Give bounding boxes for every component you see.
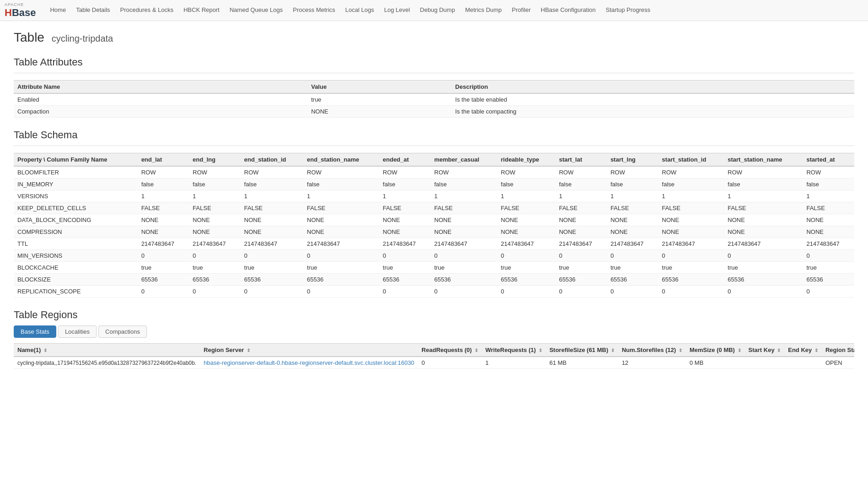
- table-attributes-table: Attribute Name Value Description Enabled…: [14, 80, 854, 118]
- schema-cell: FALSE: [431, 202, 497, 214]
- table-row: IN_MEMORYfalsefalsefalsefalsefalsefalsef…: [14, 179, 854, 190]
- table-row: TTL2147483647214748364721474836472147483…: [14, 238, 854, 250]
- tab-localities[interactable]: Localities: [58, 325, 97, 338]
- regions-col-header[interactable]: Region Server ⇕: [200, 344, 418, 357]
- regions-col-header[interactable]: ReadRequests (0) ⇕: [418, 344, 481, 357]
- nav-link-named-queue-logs[interactable]: Named Queue Logs: [225, 0, 288, 21]
- regions-col-header[interactable]: End Key ⇕: [784, 344, 822, 357]
- schema-cell: ROW: [138, 166, 189, 179]
- region-storefile-size: 61 MB: [546, 357, 618, 369]
- schema-cell: false: [431, 179, 497, 190]
- schema-cell: 2147483647: [379, 238, 431, 250]
- schema-property: KEEP_DELETED_CELLS: [14, 202, 138, 214]
- table-row: MIN_VERSIONS000000000000: [14, 250, 854, 262]
- schema-cell: false: [241, 179, 303, 190]
- schema-cell: ROW: [724, 166, 803, 179]
- nav-link-process-metrics[interactable]: Process Metrics: [288, 0, 340, 21]
- schema-cell: 2147483647: [189, 238, 240, 250]
- schema-property: BLOCKSIZE: [14, 274, 138, 286]
- nav-links: HomeTable DetailsProcedures & LocksHBCK …: [45, 0, 655, 21]
- schema-cell: FALSE: [379, 202, 431, 214]
- schema-cell: 1: [138, 190, 189, 202]
- schema-cell: 0: [607, 250, 658, 262]
- attr-name: Compaction: [14, 106, 307, 118]
- schema-cell: FALSE: [241, 202, 303, 214]
- table-row: BLOCKSIZE6553665536655366553665536655366…: [14, 274, 854, 286]
- logo[interactable]: APACHE HBase: [5, 2, 36, 19]
- schema-cell: NONE: [241, 226, 303, 238]
- schema-cell: NONE: [497, 226, 555, 238]
- nav-link-table-details[interactable]: Table Details: [71, 0, 115, 21]
- schema-cell: true: [555, 262, 607, 274]
- regions-col-header[interactable]: Name(1) ⇕: [14, 344, 200, 357]
- schema-cell: 0: [431, 250, 497, 262]
- nav-link-debug-dump[interactable]: Debug Dump: [415, 0, 460, 21]
- table-schema-table: Property \ Column Family Nameend_latend_…: [14, 153, 854, 298]
- region-server-link[interactable]: hbase-regionserver-default-0.hbase-regio…: [204, 359, 414, 366]
- region-write-requests: 1: [482, 357, 546, 369]
- nav-link-home[interactable]: Home: [45, 0, 71, 21]
- schema-cell: false: [724, 179, 803, 190]
- schema-cell: FALSE: [303, 202, 379, 214]
- schema-cell: 0: [724, 286, 803, 298]
- regions-col-header[interactable]: StorefileSize (61 MB) ⇕: [546, 344, 618, 357]
- nav-link-hbase-configuration[interactable]: HBase Configuration: [536, 0, 601, 21]
- regions-col-header[interactable]: Start Key ⇕: [745, 344, 785, 357]
- schema-cell: false: [803, 179, 854, 190]
- hbase-logo-text: HBase: [5, 7, 36, 19]
- schema-cell: 0: [379, 250, 431, 262]
- schema-cell: false: [555, 179, 607, 190]
- schema-cell: NONE: [555, 226, 607, 238]
- schema-cell: NONE: [803, 214, 854, 226]
- regions-col-header[interactable]: Num.Storefiles (12) ⇕: [618, 344, 686, 357]
- region-num-storefiles: 12: [618, 357, 686, 369]
- regions-col-header[interactable]: Region State ⇕: [822, 344, 854, 357]
- schema-cell: 2147483647: [555, 238, 607, 250]
- schema-cell: 0: [431, 286, 497, 298]
- nav-link-hbck-report[interactable]: HBCK Report: [178, 0, 225, 21]
- schema-cell: 0: [189, 250, 240, 262]
- schema-cell: NONE: [724, 226, 803, 238]
- schema-cell: 0: [803, 286, 854, 298]
- schema-cell: 0: [803, 250, 854, 262]
- schema-cell: NONE: [303, 214, 379, 226]
- table-schema-header: Property \ Column Family Nameend_latend_…: [14, 153, 854, 167]
- schema-cell: 0: [303, 250, 379, 262]
- nav-link-startup-progress[interactable]: Startup Progress: [601, 0, 656, 21]
- schema-col-header: ended_at: [379, 153, 431, 167]
- schema-cell: 0: [555, 250, 607, 262]
- table-row: COMPRESSIONNONENONENONENONENONENONENONEN…: [14, 226, 854, 238]
- table-schema-body: BLOOMFILTERROWROWROWROWROWROWROWROWROWRO…: [14, 166, 854, 298]
- page-subtitle: cycling-tripdata: [52, 33, 113, 43]
- schema-cell: true: [241, 262, 303, 274]
- schema-cell: 1: [497, 190, 555, 202]
- schema-cell: NONE: [431, 226, 497, 238]
- schema-cell: 0: [658, 250, 724, 262]
- regions-col-header[interactable]: WriteRequests (1) ⇕: [482, 344, 546, 357]
- regions-col-header[interactable]: MemSize (0 MB) ⇕: [686, 344, 745, 357]
- schema-cell: 65536: [303, 274, 379, 286]
- schema-cell: 2147483647: [138, 238, 189, 250]
- sort-icon: ⇕: [43, 348, 47, 353]
- nav-link-local-logs[interactable]: Local Logs: [340, 0, 379, 21]
- schema-cell: FALSE: [607, 202, 658, 214]
- nav-link-procedures-locks[interactable]: Procedures & Locks: [115, 0, 178, 21]
- attr-col-name: Attribute Name: [14, 81, 307, 94]
- nav-link-log-level[interactable]: Log Level: [379, 0, 415, 21]
- tab-compactions[interactable]: Compactions: [98, 325, 147, 338]
- nav-link-metrics-dump[interactable]: Metrics Dump: [460, 0, 507, 21]
- schema-cell: false: [303, 179, 379, 190]
- schema-cell: FALSE: [724, 202, 803, 214]
- table-schema-title: Table Schema: [14, 129, 854, 141]
- schema-cell: NONE: [138, 226, 189, 238]
- nav-link-profiler[interactable]: Profiler: [507, 0, 536, 21]
- sort-icon: ⇕: [738, 348, 741, 353]
- schema-cell: NONE: [607, 214, 658, 226]
- schema-cell: false: [497, 179, 555, 190]
- table-row: Compaction NONE Is the table compacting: [14, 106, 854, 118]
- schema-cell: 2147483647: [497, 238, 555, 250]
- schema-cell: NONE: [189, 226, 240, 238]
- tab-base-stats[interactable]: Base Stats: [14, 325, 56, 338]
- schema-cell: 1: [658, 190, 724, 202]
- schema-cell: FALSE: [138, 202, 189, 214]
